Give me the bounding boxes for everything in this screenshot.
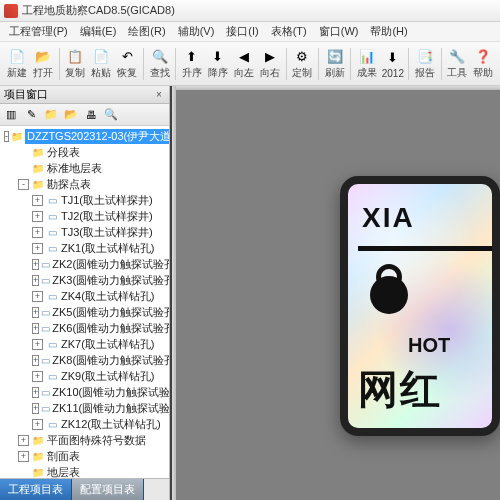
new-button[interactable]: 📄新建 xyxy=(4,44,29,84)
expand-icon[interactable]: + xyxy=(32,371,43,382)
drawing-canvas[interactable]: XIA HOT 网红 xyxy=(170,86,500,500)
open-button[interactable]: 📂打开 xyxy=(30,44,55,84)
ver-button-label: 2012 xyxy=(382,68,404,79)
expand-icon[interactable]: + xyxy=(32,291,43,302)
project-tree[interactable]: -📁DZZTGS202312-03(伊尹大道一号📁分段表📁标准地层表-📁勘探点表… xyxy=(0,126,169,478)
paste-button-icon: 📄 xyxy=(92,47,110,65)
tree-node-label: ZK10(圆锥动力触探试验 xyxy=(52,385,169,400)
move-right-button[interactable]: ▶向右 xyxy=(258,44,283,84)
find-button[interactable]: 🔍查找 xyxy=(147,44,172,84)
toolbar-separator xyxy=(350,48,351,80)
open-button-label: 打开 xyxy=(33,66,53,80)
toolstrip-btn-1[interactable]: ✎ xyxy=(22,106,40,124)
expand-icon[interactable]: + xyxy=(32,355,39,366)
expand-icon[interactable]: + xyxy=(32,211,43,222)
expand-icon[interactable]: + xyxy=(32,227,43,238)
expand-icon[interactable]: + xyxy=(32,243,43,254)
toolstrip-btn-5[interactable]: 🔍 xyxy=(102,106,120,124)
result-button[interactable]: 📊成果 xyxy=(354,44,379,84)
toolstrip-btn-4[interactable]: 🖶 xyxy=(82,106,100,124)
panel-close-icon[interactable]: × xyxy=(153,89,165,101)
undo-button[interactable]: ↶恢复 xyxy=(115,44,140,84)
expand-icon[interactable]: + xyxy=(32,387,39,398)
expand-icon[interactable]: + xyxy=(18,435,29,446)
expand-icon[interactable]: + xyxy=(32,403,39,414)
expand-icon[interactable]: + xyxy=(32,419,43,430)
tree-node[interactable]: +▭ZK2(圆锥动力触探试验孔 xyxy=(0,256,169,272)
toolstrip-btn-2[interactable]: 📁 xyxy=(42,106,60,124)
expand-icon[interactable]: - xyxy=(4,131,9,142)
sticker-text-hot: HOT xyxy=(408,334,492,357)
file-icon: ▭ xyxy=(41,322,50,334)
menu-item-7[interactable]: 帮助(H) xyxy=(365,22,412,41)
paste-button-label: 粘贴 xyxy=(91,66,111,80)
result-button-icon: 📊 xyxy=(358,47,376,65)
undo-button-icon: ↶ xyxy=(118,47,136,65)
sort-desc-button-icon: ⬇ xyxy=(209,47,227,65)
tree-node[interactable]: +▭ZK12(取土试样钻孔) xyxy=(0,416,169,432)
menu-item-4[interactable]: 接口(I) xyxy=(221,22,263,41)
menu-item-0[interactable]: 工程管理(P) xyxy=(4,22,73,41)
sort-asc-button[interactable]: ⬆升序 xyxy=(179,44,204,84)
paste-button[interactable]: 📄粘贴 xyxy=(89,44,114,84)
open-button-icon: 📂 xyxy=(34,47,52,65)
expand-icon[interactable]: + xyxy=(32,323,39,334)
tree-node[interactable]: +▭ZK9(取土试样钻孔) xyxy=(0,368,169,384)
tree-node-label: 分段表 xyxy=(47,145,80,160)
panel-header[interactable]: 项目窗口 × xyxy=(0,86,169,104)
expand-icon[interactable]: + xyxy=(32,259,39,270)
file-icon: ▭ xyxy=(45,338,59,350)
tab-config-table[interactable]: 配置项目表 xyxy=(72,479,144,500)
expand-icon[interactable]: + xyxy=(32,339,43,350)
tree-node[interactable]: +▭TJ2(取土试样探井) xyxy=(0,208,169,224)
tree-node-label: ZK12(取土试样钻孔) xyxy=(61,417,161,432)
tree-node-label: ZK11(圆锥动力触探试验 xyxy=(52,401,169,416)
help-button[interactable]: ❓帮助 xyxy=(471,44,496,84)
expand-icon[interactable]: - xyxy=(18,179,29,190)
tree-node[interactable]: +▭ZK11(圆锥动力触探试验 xyxy=(0,400,169,416)
report-button[interactable]: 📑报告 xyxy=(412,44,437,84)
toolbar-separator xyxy=(441,48,442,80)
tools-button[interactable]: 🔧工具 xyxy=(444,44,469,84)
tab-project-table[interactable]: 工程项目表 xyxy=(0,479,72,500)
refresh-button[interactable]: 🔄刷新 xyxy=(322,44,347,84)
menu-item-6[interactable]: 窗口(W) xyxy=(314,22,364,41)
tree-node[interactable]: -📁DZZTGS202312-03(伊尹大道一号 xyxy=(0,128,169,144)
tree-node-label: ZK2(圆锥动力触探试验孔 xyxy=(52,257,169,272)
tree-node[interactable]: +▭ZK4(取土试样钻孔) xyxy=(0,288,169,304)
move-left-button[interactable]: ◀向左 xyxy=(231,44,256,84)
tree-node[interactable]: +▭TJ3(取土试样探井) xyxy=(0,224,169,240)
tree-node[interactable]: 📁标准地层表 xyxy=(0,160,169,176)
expand-icon[interactable]: + xyxy=(32,307,39,318)
customize-button[interactable]: ⚙定制 xyxy=(290,44,315,84)
tree-node-label: 勘探点表 xyxy=(47,177,91,192)
expand-icon[interactable]: + xyxy=(32,195,43,206)
menu-item-2[interactable]: 绘图(R) xyxy=(123,22,170,41)
tree-node[interactable]: +▭ZK8(圆锥动力触探试验孔 xyxy=(0,352,169,368)
tree-node[interactable]: +▭ZK6(圆锥动力触探试验孔 xyxy=(0,320,169,336)
tree-node[interactable]: 📁分段表 xyxy=(0,144,169,160)
menu-item-3[interactable]: 辅助(V) xyxy=(173,22,220,41)
toolstrip-btn-3[interactable]: 📂 xyxy=(62,106,80,124)
sort-asc-button-label: 升序 xyxy=(182,66,202,80)
tree-node[interactable]: 📁地层表 xyxy=(0,464,169,478)
menu-item-5[interactable]: 表格(T) xyxy=(266,22,312,41)
tree-node[interactable]: +📁剖面表 xyxy=(0,448,169,464)
tree-node[interactable]: +▭ZK7(取土试样钻孔) xyxy=(0,336,169,352)
toolstrip-btn-0[interactable]: ▥ xyxy=(2,106,20,124)
menu-item-1[interactable]: 编辑(E) xyxy=(75,22,122,41)
copy-button[interactable]: 📋复制 xyxy=(62,44,87,84)
tools-button-label: 工具 xyxy=(447,66,467,80)
tree-node[interactable]: +▭ZK1(取土试样钻孔) xyxy=(0,240,169,256)
sort-desc-button[interactable]: ⬇降序 xyxy=(205,44,230,84)
tree-node[interactable]: +📁平面图特殊符号数据 xyxy=(0,432,169,448)
expand-icon[interactable]: + xyxy=(18,451,29,462)
tree-node[interactable]: -📁勘探点表 xyxy=(0,176,169,192)
expand-icon[interactable]: + xyxy=(32,275,39,286)
tree-node[interactable]: +▭ZK5(圆锥动力触探试验孔 xyxy=(0,304,169,320)
tree-node[interactable]: +▭ZK3(圆锥动力触探试验孔 xyxy=(0,272,169,288)
tree-node[interactable]: +▭TJ1(取土试样探井) xyxy=(0,192,169,208)
tree-node[interactable]: +▭ZK10(圆锥动力触探试验 xyxy=(0,384,169,400)
ver-button[interactable]: ⬇2012 xyxy=(380,44,405,84)
panel-tabs: 工程项目表 配置项目表 xyxy=(0,478,169,500)
